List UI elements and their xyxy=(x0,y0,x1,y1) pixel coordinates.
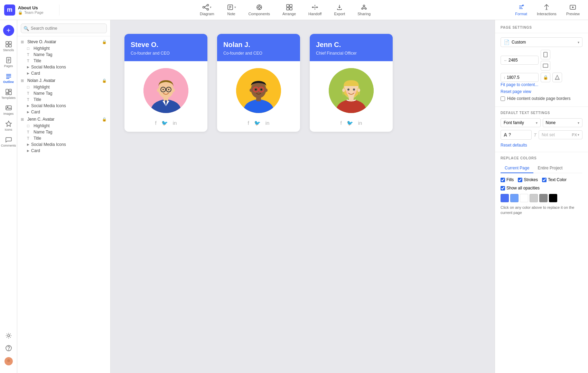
page-type-arrow: ▾ xyxy=(578,40,579,44)
expand-card-nolan[interactable]: ▶ xyxy=(27,110,29,114)
width-field[interactable]: ↔ xyxy=(501,56,539,65)
reset-defaults-link[interactable]: Reset defaults xyxy=(501,143,527,148)
tree-child-nolan-card[interactable]: ▶ Card xyxy=(17,109,110,115)
canvas[interactable]: Steve O. Co-founder and CEO xyxy=(111,20,495,373)
toolbar-format[interactable]: Format xyxy=(511,2,531,17)
hide-content-row: Hide content outside page borders xyxy=(501,96,582,101)
toolbar-note[interactable]: ▾ Note xyxy=(221,2,242,18)
tree-child-nolan-highlight[interactable]: □ Highlight xyxy=(17,84,110,90)
swatch-white[interactable] xyxy=(520,194,528,202)
tree-child-jenn-card[interactable]: ▶ Card xyxy=(17,148,110,154)
expand-social-steve[interactable]: ▶ xyxy=(27,65,29,69)
fill-color-btn[interactable] xyxy=(552,73,562,82)
swatch-blue2[interactable] xyxy=(510,194,519,202)
svg-rect-84 xyxy=(544,52,547,57)
portrait-btn[interactable] xyxy=(541,50,550,59)
toolbar-interactions[interactable]: Interactions xyxy=(533,2,561,17)
facebook-icon-nolan: f xyxy=(248,120,249,126)
width-input[interactable] xyxy=(508,58,533,63)
tree-child-jenn-nametag[interactable]: T Name Tag xyxy=(17,129,110,135)
text-icon-j: T xyxy=(27,130,32,134)
not-set-dropdown[interactable]: Not set PX ▾ xyxy=(539,130,582,139)
swatch-gray[interactable] xyxy=(539,194,548,202)
tree-child-steve-nametag[interactable]: T Name Tag xyxy=(17,52,110,58)
tree-child-jenn-highlight[interactable]: □ Highlight xyxy=(17,123,110,129)
page-type-select[interactable]: 📄 Custom ▾ xyxy=(501,37,582,47)
toolbar-sharing[interactable]: Sharing xyxy=(351,2,377,18)
swatch-light-gray[interactable] xyxy=(530,194,538,202)
toolbar-components[interactable]: Components xyxy=(242,2,276,18)
expand-card-jenn[interactable]: ▶ xyxy=(27,149,29,152)
sidebar-item-pages[interactable]: Pages xyxy=(1,55,16,70)
tree-item-steve-avatar[interactable]: ⊞ Steve O. Avatar 🔒 xyxy=(17,38,110,45)
text-color-checkbox[interactable] xyxy=(542,178,547,182)
settings-button[interactable] xyxy=(1,330,16,341)
font-style-area: T xyxy=(534,132,536,138)
sidebar-item-templates[interactable]: Templates xyxy=(1,86,16,102)
sidebar-item-images[interactable]: Images xyxy=(1,102,16,118)
font-size-field[interactable]: A xyxy=(501,130,532,140)
font-family-select[interactable]: Font family ▾ xyxy=(501,118,541,127)
twitter-icon-steve: 🐦 xyxy=(161,120,168,126)
hide-content-checkbox[interactable] xyxy=(501,96,505,101)
sidebar-item-outline[interactable]: Outline xyxy=(1,71,16,86)
search-input[interactable] xyxy=(21,24,107,33)
tree-child-steve-card[interactable]: ▶ Card xyxy=(17,70,110,76)
height-input[interactable] xyxy=(507,75,531,80)
swatch-black[interactable] xyxy=(549,194,557,202)
card-jenn[interactable]: Jenn C. Chief Financial Officer xyxy=(310,34,393,132)
toolbar-diagram[interactable]: ▾ Diagram xyxy=(194,2,221,18)
add-button[interactable]: + xyxy=(3,25,14,36)
card-nolan[interactable]: Nolan J. Co-founder and CEO xyxy=(217,34,300,132)
tab-current-page[interactable]: Current Page xyxy=(501,164,533,173)
tree-child-jenn-social[interactable]: ▶ Social Media Icons xyxy=(17,141,110,148)
svg-point-2 xyxy=(207,9,209,10)
tab-entire-project[interactable]: Entire Project xyxy=(533,164,567,173)
help-button[interactable] xyxy=(1,343,16,354)
text-icon-2: T xyxy=(27,59,32,63)
strokes-checkbox[interactable] xyxy=(518,178,522,182)
svg-line-26 xyxy=(364,7,366,8)
jenn-avatar-label: Jenn C. Avatar xyxy=(27,117,55,122)
tree-child-nolan-social[interactable]: ▶ Social Media Icons xyxy=(17,103,110,109)
sidebar-item-icons[interactable]: Icons xyxy=(1,118,16,133)
tree-item-jenn-avatar[interactable]: ⊞ Jenn C. Avatar 🔒 xyxy=(17,116,110,123)
show-opacities-checkbox[interactable] xyxy=(501,186,505,190)
user-avatar[interactable] xyxy=(1,355,16,367)
height-field[interactable]: ↕ xyxy=(501,73,539,82)
landscape-btn[interactable] xyxy=(541,61,550,71)
tree-item-nolan-avatar[interactable]: ⊞ Nolan J. Avatar 🔒 xyxy=(17,77,110,84)
toolbar-export[interactable]: Export xyxy=(328,2,351,18)
tree-child-nolan-title[interactable]: T Title xyxy=(17,96,110,103)
sidebar-item-comments[interactable]: Comments xyxy=(1,134,16,149)
lock-dimensions-btn[interactable]: 🔒 xyxy=(541,73,550,82)
tree-child-steve-social[interactable]: ▶ Social Media Icons xyxy=(17,64,110,70)
expand-social-jenn[interactable]: ▶ xyxy=(27,143,29,146)
toolbar-handoff[interactable]: Handoff xyxy=(302,2,328,18)
svg-point-53 xyxy=(8,350,9,350)
toolbar-preview[interactable]: Preview xyxy=(562,2,584,17)
tree-child-steve-title[interactable]: T Title xyxy=(17,58,110,64)
tree-child-nolan-nametag[interactable]: T Name Tag xyxy=(17,90,110,96)
swatch-blue1[interactable] xyxy=(501,194,509,202)
shape-icon: □ xyxy=(27,46,32,50)
gear-icon xyxy=(5,332,12,339)
reset-page-link[interactable]: Reset page view xyxy=(501,89,582,94)
nolan-avatar-illustration xyxy=(236,68,281,113)
expand-social-nolan[interactable]: ▶ xyxy=(27,104,29,108)
font-size-input[interactable] xyxy=(508,132,522,137)
font-weight-select[interactable]: None ▾ xyxy=(543,118,583,127)
tree-child-jenn-title[interactable]: T Title xyxy=(17,135,110,141)
fit-page-link[interactable]: Fit page to content... xyxy=(501,82,582,87)
component-icon-jenn: ⊞ xyxy=(21,117,26,122)
sidebar-item-stencils[interactable]: Stencils xyxy=(1,39,16,54)
app-logo[interactable]: m xyxy=(4,4,15,16)
expand-card-steve[interactable]: ▶ xyxy=(27,72,29,75)
toolbar-arrange[interactable]: Arrange xyxy=(276,2,302,18)
card-steve[interactable]: Steve O. Co-founder and CEO xyxy=(124,34,207,132)
page-icon: 📄 xyxy=(504,39,510,45)
help-icon xyxy=(5,345,12,352)
fills-checkbox[interactable] xyxy=(501,178,505,182)
tree-child-steve-highlight[interactable]: □ Highlight xyxy=(17,45,110,52)
font-weight-arrow: ▾ xyxy=(578,121,579,125)
